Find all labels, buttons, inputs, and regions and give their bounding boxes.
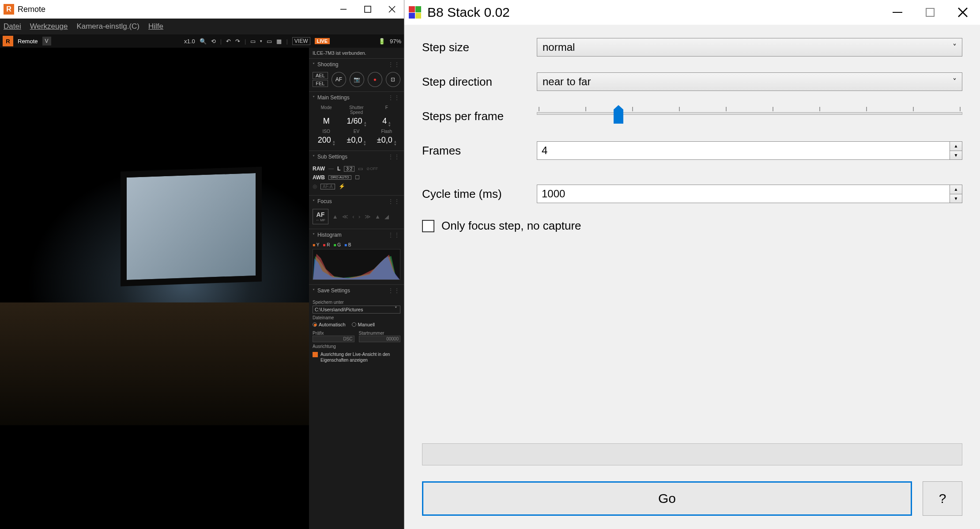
frames-up[interactable]: ▲: [950, 142, 962, 151]
save-path-select[interactable]: C:\Users\andi\Pictures˅: [313, 306, 400, 314]
hist-g[interactable]: G: [333, 242, 341, 247]
profile-icon[interactable]: ☐: [355, 174, 360, 181]
remote-toolbar: R Remote V x1.0 🔍 ⟲ | ↶ ↷ | ▭ ▾ ▭ ▦ | VI…: [0, 34, 404, 48]
cycle-time-field[interactable]: [537, 185, 950, 203]
ael-button[interactable]: AEL: [313, 72, 328, 79]
metering-icon[interactable]: ◎: [313, 183, 317, 189]
only-focus-checkbox[interactable]: [422, 220, 434, 232]
live-view-image: [0, 169, 309, 425]
section-focus[interactable]: ˅Focus⋮⋮: [309, 196, 404, 207]
viewer-tab-icon[interactable]: V: [42, 37, 51, 45]
help-button[interactable]: ?: [923, 481, 962, 516]
frames-field[interactable]: [537, 142, 950, 159]
off-icon[interactable]: ⊘OFF: [366, 166, 378, 171]
frames-input[interactable]: ▲▼: [537, 141, 962, 160]
minimize-button[interactable]: [331, 0, 355, 19]
radio-manuell[interactable]: Manuell: [352, 322, 375, 327]
iso-value[interactable]: 200▴▾: [313, 136, 340, 146]
grid-icon[interactable]: ▦: [276, 38, 282, 45]
reset-zoom-icon[interactable]: ⟲: [211, 38, 216, 45]
flash-icon[interactable]: ⚡: [339, 183, 345, 189]
af-button[interactable]: AF: [332, 72, 346, 87]
focus-far-1[interactable]: ›: [357, 213, 362, 220]
menu-kamera[interactable]: Kamera-einstlg.(C): [76, 22, 139, 31]
section-save-settings[interactable]: ˅Save Settings⋮⋮: [309, 285, 404, 296]
prefix-input[interactable]: [313, 336, 354, 342]
section-shooting[interactable]: ˅Shooting⋮⋮: [309, 59, 404, 70]
hist-y[interactable]: Y: [313, 242, 319, 247]
battery-percent: 97%: [390, 38, 401, 45]
orientation-checkbox[interactable]: [313, 352, 318, 357]
battery-icon: 🔋: [378, 38, 385, 45]
stack-close-button[interactable]: [957, 7, 969, 18]
section-main-settings[interactable]: ˅Main Settings⋮⋮: [309, 92, 404, 103]
card-icon[interactable]: ▭: [358, 166, 363, 172]
camera-side-panel: ILCE-7M3 ist verbunden. ˅Shooting⋮⋮ AEL …: [309, 48, 404, 529]
mode-value[interactable]: M: [313, 117, 340, 127]
svg-rect-1: [365, 6, 371, 12]
f-label: F: [373, 105, 400, 115]
focus-far-3[interactable]: ▲: [373, 213, 382, 220]
frames-down[interactable]: ▼: [950, 151, 962, 160]
hist-b[interactable]: B: [344, 242, 351, 247]
focus-area-button[interactable]: ⊡: [386, 72, 400, 87]
radio-automatisch[interactable]: Automatisch: [313, 322, 346, 327]
rotate-left-icon[interactable]: ↶: [226, 38, 231, 45]
maximize-button[interactable]: [355, 0, 380, 19]
focus-near-2[interactable]: ≪: [341, 213, 350, 220]
step-size-select[interactable]: normal˅: [537, 38, 962, 57]
close-button[interactable]: [380, 0, 404, 19]
magnify-icon[interactable]: 🔍: [200, 38, 207, 45]
chevron-down-icon: ˅: [313, 95, 315, 100]
go-button[interactable]: Go: [422, 481, 912, 516]
focus-near-3[interactable]: ▲: [331, 213, 339, 220]
awb-setting[interactable]: AWB: [313, 174, 325, 181]
chevron-down-icon: ˅: [313, 233, 315, 238]
rotate-right-icon[interactable]: ↷: [235, 38, 240, 45]
raw-setting[interactable]: RAW: [313, 166, 325, 172]
cycle-down[interactable]: ▼: [950, 194, 962, 203]
section-histogram[interactable]: ˅Histogram⋮⋮: [309, 229, 404, 241]
dro-setting[interactable]: DRO AUTO: [328, 175, 351, 180]
fel-button[interactable]: FEL: [313, 80, 328, 87]
only-focus-label: Only focus step, no capture: [441, 219, 581, 233]
tab-remote[interactable]: Remote: [18, 38, 38, 45]
startnumber-input[interactable]: [359, 336, 401, 342]
chevron-down-icon: ˅: [313, 62, 315, 67]
stack-maximize-button[interactable]: [925, 7, 935, 18]
layout1-icon[interactable]: ▭: [250, 38, 256, 45]
ratio-setting[interactable]: 3:2: [344, 166, 354, 172]
record-button[interactable]: ●: [368, 72, 382, 87]
menu-hilfe[interactable]: Hilfe: [148, 22, 163, 31]
stack-titlebar: B8 Stack 0.02: [404, 0, 980, 25]
af-mode[interactable]: AF-A: [320, 184, 335, 189]
layout2-icon[interactable]: ▭: [267, 38, 272, 45]
focus-peak-icon[interactable]: ◢: [383, 213, 390, 220]
menu-werkzeuge[interactable]: Werkzeuge: [30, 22, 68, 31]
prefix-label: Präfix: [313, 331, 354, 336]
live-badge[interactable]: LIVE: [315, 38, 330, 44]
layout-chevron-icon[interactable]: ▾: [260, 39, 262, 43]
grip-icon: ⋮⋮: [388, 154, 400, 160]
af-mf-toggle[interactable]: AF ↔ MF: [313, 209, 328, 224]
ev-value[interactable]: ±0,0▴▾: [343, 136, 370, 146]
focus-near-1[interactable]: ‹: [351, 213, 355, 220]
cycle-up[interactable]: ▲: [950, 185, 962, 194]
filename-label: Dateiname: [313, 315, 400, 320]
shutter-value[interactable]: 1/60▴▾: [343, 117, 370, 127]
chevron-down-icon: ˅: [313, 155, 315, 159]
size-setting[interactable]: L: [337, 166, 340, 172]
menu-datei[interactable]: Datei: [4, 22, 21, 31]
step-direction-select[interactable]: near to far˅: [537, 72, 962, 91]
stack-minimize-button[interactable]: [892, 7, 903, 18]
cycle-time-input[interactable]: ▲▼: [537, 185, 962, 203]
focus-far-2[interactable]: ≫: [363, 213, 372, 220]
section-sub-settings[interactable]: ˅Sub Settings⋮⋮: [309, 151, 404, 162]
flash-value[interactable]: ±0,0▴▾: [373, 136, 400, 146]
hist-r[interactable]: R: [323, 242, 330, 247]
view-toggle[interactable]: VIEW: [292, 37, 310, 45]
steps-per-frame-slider[interactable]: [537, 107, 962, 125]
live-view[interactable]: [0, 48, 309, 529]
f-value[interactable]: 4▴▾: [373, 117, 400, 127]
shutter-button[interactable]: 📷: [350, 72, 364, 87]
